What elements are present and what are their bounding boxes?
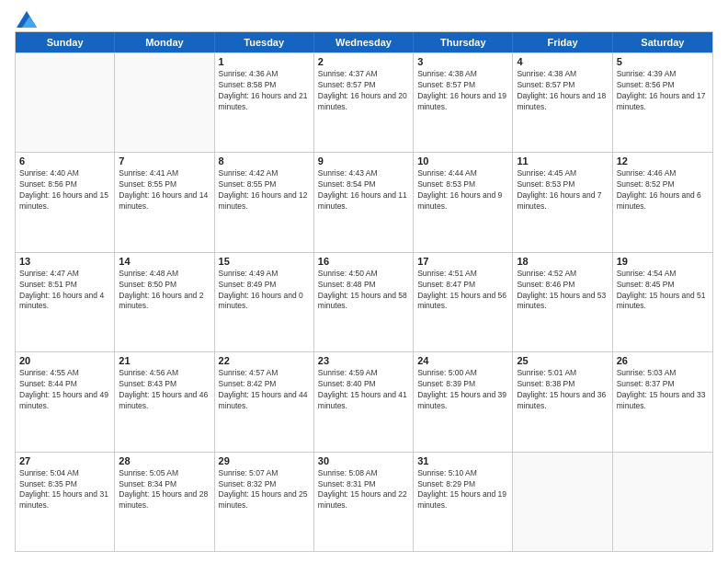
day-detail: Sunrise: 4:47 AM Sunset: 8:51 PM Dayligh…: [19, 269, 110, 313]
day-number: 16: [318, 256, 409, 267]
empty-cell: [115, 53, 214, 152]
day-detail: Sunrise: 4:52 AM Sunset: 8:46 PM Dayligh…: [517, 269, 608, 313]
calendar-row-2: 13Sunrise: 4:47 AM Sunset: 8:51 PM Dayli…: [16, 252, 712, 351]
day-detail: Sunrise: 4:57 AM Sunset: 8:42 PM Dayligh…: [219, 368, 310, 412]
day-cell-9: 9Sunrise: 4:43 AM Sunset: 8:54 PM Daylig…: [314, 153, 414, 251]
day-detail: Sunrise: 4:37 AM Sunset: 8:57 PM Dayligh…: [318, 69, 409, 113]
day-detail: Sunrise: 4:45 AM Sunset: 8:53 PM Dayligh…: [517, 168, 608, 213]
day-number: 7: [119, 155, 210, 167]
day-number: 12: [617, 155, 709, 167]
page: SundayMondayTuesdayWednesdayThursdayFrid…: [0, 0, 728, 563]
day-cell-30: 30Sunrise: 5:08 AM Sunset: 8:31 PM Dayli…: [314, 453, 414, 551]
day-cell-5: 5Sunrise: 4:39 AM Sunset: 8:56 PM Daylig…: [613, 53, 712, 152]
weekday-header-sunday: Sunday: [16, 32, 115, 52]
day-cell-16: 16Sunrise: 4:50 AM Sunset: 8:48 PM Dayli…: [314, 253, 414, 351]
day-detail: Sunrise: 4:38 AM Sunset: 8:57 PM Dayligh…: [517, 69, 608, 113]
day-detail: Sunrise: 5:01 AM Sunset: 8:38 PM Dayligh…: [517, 368, 608, 412]
day-number: 21: [119, 355, 210, 366]
day-detail: Sunrise: 4:51 AM Sunset: 8:47 PM Dayligh…: [417, 269, 508, 313]
calendar-body: 1Sunrise: 4:36 AM Sunset: 8:58 PM Daylig…: [16, 52, 712, 551]
day-detail: Sunrise: 4:59 AM Sunset: 8:40 PM Dayligh…: [318, 368, 409, 412]
day-cell-4: 4Sunrise: 4:38 AM Sunset: 8:57 PM Daylig…: [513, 53, 612, 152]
header: [15, 11, 713, 24]
day-detail: Sunrise: 4:54 AM Sunset: 8:45 PM Dayligh…: [617, 269, 709, 313]
day-number: 24: [417, 355, 508, 366]
day-detail: Sunrise: 5:07 AM Sunset: 8:32 PM Dayligh…: [219, 468, 310, 512]
day-number: 3: [417, 56, 508, 67]
day-number: 10: [417, 155, 508, 167]
day-cell-28: 28Sunrise: 5:05 AM Sunset: 8:34 PM Dayli…: [115, 453, 214, 551]
day-cell-3: 3Sunrise: 4:38 AM Sunset: 8:57 PM Daylig…: [414, 53, 513, 152]
day-detail: Sunrise: 4:55 AM Sunset: 8:44 PM Dayligh…: [19, 368, 110, 412]
weekday-header-saturday: Saturday: [613, 32, 712, 52]
day-number: 17: [417, 256, 508, 267]
day-detail: Sunrise: 4:48 AM Sunset: 8:50 PM Dayligh…: [119, 269, 210, 313]
day-cell-29: 29Sunrise: 5:07 AM Sunset: 8:32 PM Dayli…: [215, 453, 314, 551]
empty-cell: [513, 453, 612, 551]
day-cell-20: 20Sunrise: 4:55 AM Sunset: 8:44 PM Dayli…: [16, 352, 115, 451]
day-detail: Sunrise: 5:04 AM Sunset: 8:35 PM Dayligh…: [19, 468, 110, 512]
day-number: 22: [219, 355, 310, 366]
day-cell-26: 26Sunrise: 5:03 AM Sunset: 8:37 PM Dayli…: [613, 352, 712, 451]
day-number: 19: [617, 256, 709, 267]
day-number: 11: [517, 155, 608, 167]
empty-cell: [613, 453, 712, 551]
calendar-row-3: 20Sunrise: 4:55 AM Sunset: 8:44 PM Dayli…: [16, 351, 712, 451]
day-cell-6: 6Sunrise: 4:40 AM Sunset: 8:56 PM Daylig…: [16, 153, 115, 251]
day-number: 1: [219, 56, 310, 67]
day-cell-12: 12Sunrise: 4:46 AM Sunset: 8:52 PM Dayli…: [613, 153, 712, 251]
day-detail: Sunrise: 4:44 AM Sunset: 8:53 PM Dayligh…: [417, 168, 508, 213]
day-detail: Sunrise: 4:41 AM Sunset: 8:55 PM Dayligh…: [119, 168, 210, 213]
day-cell-10: 10Sunrise: 4:44 AM Sunset: 8:53 PM Dayli…: [414, 153, 513, 251]
day-detail: Sunrise: 4:40 AM Sunset: 8:56 PM Dayligh…: [19, 168, 110, 213]
empty-cell: [16, 53, 115, 152]
day-number: 20: [19, 355, 110, 366]
day-cell-15: 15Sunrise: 4:49 AM Sunset: 8:49 PM Dayli…: [215, 253, 314, 351]
day-number: 8: [219, 155, 310, 167]
day-detail: Sunrise: 5:03 AM Sunset: 8:37 PM Dayligh…: [617, 368, 709, 412]
day-number: 27: [19, 455, 110, 466]
day-number: 26: [617, 355, 709, 366]
day-cell-18: 18Sunrise: 4:52 AM Sunset: 8:46 PM Dayli…: [513, 253, 612, 351]
day-number: 13: [19, 256, 110, 267]
day-cell-22: 22Sunrise: 4:57 AM Sunset: 8:42 PM Dayli…: [215, 352, 314, 451]
day-detail: Sunrise: 4:43 AM Sunset: 8:54 PM Dayligh…: [318, 168, 409, 213]
day-number: 2: [318, 56, 409, 67]
day-cell-1: 1Sunrise: 4:36 AM Sunset: 8:58 PM Daylig…: [215, 53, 314, 152]
day-number: 31: [417, 455, 508, 466]
day-number: 9: [318, 155, 409, 167]
weekday-header-monday: Monday: [115, 32, 214, 52]
day-number: 25: [517, 355, 608, 366]
day-number: 18: [517, 256, 608, 267]
day-detail: Sunrise: 4:42 AM Sunset: 8:55 PM Dayligh…: [219, 168, 310, 213]
day-detail: Sunrise: 4:46 AM Sunset: 8:52 PM Dayligh…: [617, 168, 709, 213]
day-cell-7: 7Sunrise: 4:41 AM Sunset: 8:55 PM Daylig…: [115, 153, 214, 251]
day-number: 28: [119, 455, 210, 466]
day-detail: Sunrise: 4:36 AM Sunset: 8:58 PM Dayligh…: [219, 69, 310, 113]
day-detail: Sunrise: 4:56 AM Sunset: 8:43 PM Dayligh…: [119, 368, 210, 412]
calendar-row-4: 27Sunrise: 5:04 AM Sunset: 8:35 PM Dayli…: [16, 452, 712, 551]
day-number: 30: [318, 455, 409, 466]
weekday-header-friday: Friday: [513, 32, 612, 52]
day-number: 15: [219, 256, 310, 267]
day-number: 4: [517, 56, 608, 67]
day-cell-17: 17Sunrise: 4:51 AM Sunset: 8:47 PM Dayli…: [414, 253, 513, 351]
day-cell-11: 11Sunrise: 4:45 AM Sunset: 8:53 PM Dayli…: [513, 153, 612, 251]
day-cell-14: 14Sunrise: 4:48 AM Sunset: 8:50 PM Dayli…: [115, 253, 214, 351]
day-number: 29: [219, 455, 310, 466]
day-detail: Sunrise: 4:50 AM Sunset: 8:48 PM Dayligh…: [318, 269, 409, 313]
day-cell-31: 31Sunrise: 5:10 AM Sunset: 8:29 PM Dayli…: [414, 453, 513, 551]
weekday-header-thursday: Thursday: [414, 32, 513, 52]
day-detail: Sunrise: 4:49 AM Sunset: 8:49 PM Dayligh…: [219, 269, 310, 313]
day-detail: Sunrise: 5:10 AM Sunset: 8:29 PM Dayligh…: [417, 468, 508, 512]
day-cell-25: 25Sunrise: 5:01 AM Sunset: 8:38 PM Dayli…: [513, 352, 612, 451]
day-cell-27: 27Sunrise: 5:04 AM Sunset: 8:35 PM Dayli…: [16, 453, 115, 551]
day-cell-2: 2Sunrise: 4:37 AM Sunset: 8:57 PM Daylig…: [314, 53, 414, 152]
day-cell-21: 21Sunrise: 4:56 AM Sunset: 8:43 PM Dayli…: [115, 352, 214, 451]
weekday-header-wednesday: Wednesday: [314, 32, 414, 52]
day-detail: Sunrise: 4:38 AM Sunset: 8:57 PM Dayligh…: [417, 69, 508, 113]
calendar-header: SundayMondayTuesdayWednesdayThursdayFrid…: [16, 32, 712, 52]
day-detail: Sunrise: 5:08 AM Sunset: 8:31 PM Dayligh…: [318, 468, 409, 512]
day-number: 5: [617, 56, 709, 67]
day-cell-8: 8Sunrise: 4:42 AM Sunset: 8:55 PM Daylig…: [215, 153, 314, 251]
